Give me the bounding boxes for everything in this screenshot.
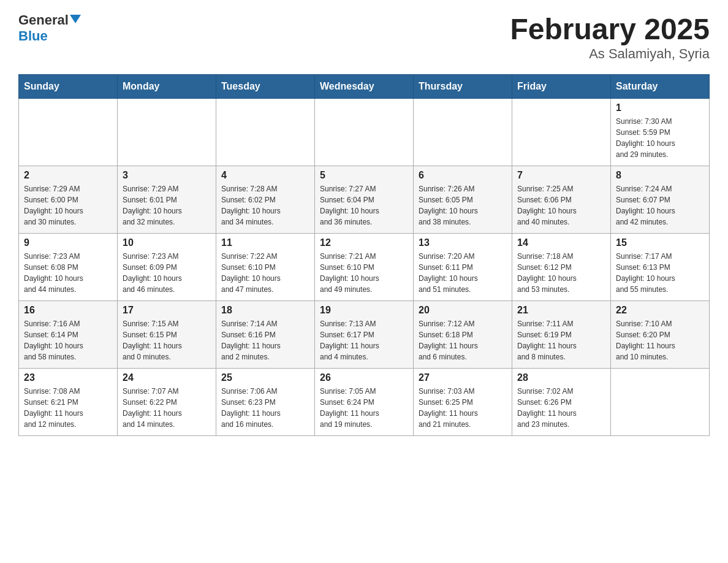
- calendar-title: February 2025: [510, 12, 710, 46]
- day-info: Sunrise: 7:30 AMSunset: 5:59 PMDaylight:…: [616, 116, 704, 160]
- day-info: Sunrise: 7:20 AMSunset: 6:11 PMDaylight:…: [419, 251, 507, 295]
- day-number: 25: [221, 372, 309, 383]
- day-number: 3: [123, 170, 211, 181]
- day-number: 19: [320, 305, 408, 316]
- day-info: Sunrise: 7:23 AMSunset: 6:09 PMDaylight:…: [123, 251, 211, 295]
- day-number: 12: [320, 237, 408, 248]
- day-number: 11: [221, 237, 309, 248]
- table-row: 13Sunrise: 7:20 AMSunset: 6:11 PMDayligh…: [414, 234, 512, 301]
- calendar-subtitle: As Salamiyah, Syria: [510, 46, 710, 62]
- day-number: 24: [123, 372, 211, 383]
- day-info: Sunrise: 7:12 AMSunset: 6:18 PMDaylight:…: [419, 318, 507, 362]
- day-number: 21: [517, 305, 605, 316]
- header-thursday: Thursday: [414, 75, 512, 99]
- table-row: 9Sunrise: 7:23 AMSunset: 6:08 PMDaylight…: [19, 234, 118, 301]
- table-row: 2Sunrise: 7:29 AMSunset: 6:00 PMDaylight…: [19, 166, 118, 234]
- day-number: 5: [320, 170, 408, 181]
- day-number: 13: [419, 237, 507, 248]
- logo-blue-text: Blue: [18, 28, 48, 44]
- calendar-header-row: Sunday Monday Tuesday Wednesday Thursday…: [19, 75, 710, 99]
- day-number: 4: [221, 170, 309, 181]
- header-saturday: Saturday: [611, 75, 710, 99]
- day-number: 14: [517, 237, 605, 248]
- header-monday: Monday: [118, 75, 216, 99]
- day-info: Sunrise: 7:08 AMSunset: 6:21 PMDaylight:…: [24, 386, 112, 430]
- table-row: 23Sunrise: 7:08 AMSunset: 6:21 PMDayligh…: [19, 369, 118, 436]
- header-tuesday: Tuesday: [216, 75, 315, 99]
- day-number: 27: [419, 372, 507, 383]
- day-info: Sunrise: 7:03 AMSunset: 6:25 PMDaylight:…: [419, 386, 507, 430]
- table-row: 16Sunrise: 7:16 AMSunset: 6:14 PMDayligh…: [19, 301, 118, 369]
- calendar-week-row: 2Sunrise: 7:29 AMSunset: 6:00 PMDaylight…: [19, 166, 710, 234]
- day-number: 20: [419, 305, 507, 316]
- day-info: Sunrise: 7:05 AMSunset: 6:24 PMDaylight:…: [320, 386, 408, 430]
- calendar-week-row: 16Sunrise: 7:16 AMSunset: 6:14 PMDayligh…: [19, 301, 710, 369]
- table-row: 5Sunrise: 7:27 AMSunset: 6:04 PMDaylight…: [315, 166, 414, 234]
- day-info: Sunrise: 7:29 AMSunset: 6:01 PMDaylight:…: [123, 183, 211, 228]
- day-number: 15: [616, 237, 704, 248]
- table-row: 27Sunrise: 7:03 AMSunset: 6:25 PMDayligh…: [414, 369, 512, 436]
- day-number: 28: [517, 372, 605, 383]
- logo-arrow-icon: [70, 15, 81, 23]
- page-header: General Blue February 2025 As Salamiyah,…: [18, 12, 710, 62]
- day-number: 9: [24, 237, 112, 248]
- day-number: 26: [320, 372, 408, 383]
- table-row: 17Sunrise: 7:15 AMSunset: 6:15 PMDayligh…: [118, 301, 216, 369]
- day-number: 23: [24, 372, 112, 383]
- table-row: [216, 99, 315, 166]
- day-info: Sunrise: 7:23 AMSunset: 6:08 PMDaylight:…: [24, 251, 112, 295]
- table-row: 20Sunrise: 7:12 AMSunset: 6:18 PMDayligh…: [414, 301, 512, 369]
- day-info: Sunrise: 7:15 AMSunset: 6:15 PMDaylight:…: [123, 318, 211, 362]
- day-number: 6: [419, 170, 507, 181]
- table-row: 1Sunrise: 7:30 AMSunset: 5:59 PMDaylight…: [611, 99, 710, 166]
- table-row: 4Sunrise: 7:28 AMSunset: 6:02 PMDaylight…: [216, 166, 315, 234]
- day-info: Sunrise: 7:10 AMSunset: 6:20 PMDaylight:…: [616, 318, 704, 362]
- calendar-week-row: 9Sunrise: 7:23 AMSunset: 6:08 PMDaylight…: [19, 234, 710, 301]
- header-friday: Friday: [512, 75, 611, 99]
- table-row: 21Sunrise: 7:11 AMSunset: 6:19 PMDayligh…: [512, 301, 611, 369]
- day-number: 8: [616, 170, 704, 181]
- day-number: 17: [123, 305, 211, 316]
- day-info: Sunrise: 7:06 AMSunset: 6:23 PMDaylight:…: [221, 386, 309, 430]
- day-number: 1: [616, 102, 704, 113]
- table-row: 26Sunrise: 7:05 AMSunset: 6:24 PMDayligh…: [315, 369, 414, 436]
- day-info: Sunrise: 7:11 AMSunset: 6:19 PMDaylight:…: [517, 318, 605, 362]
- day-info: Sunrise: 7:02 AMSunset: 6:26 PMDaylight:…: [517, 386, 605, 430]
- day-info: Sunrise: 7:16 AMSunset: 6:14 PMDaylight:…: [24, 318, 112, 362]
- table-row: 7Sunrise: 7:25 AMSunset: 6:06 PMDaylight…: [512, 166, 611, 234]
- day-info: Sunrise: 7:25 AMSunset: 6:06 PMDaylight:…: [517, 183, 605, 228]
- day-info: Sunrise: 7:26 AMSunset: 6:05 PMDaylight:…: [419, 183, 507, 228]
- day-info: Sunrise: 7:17 AMSunset: 6:13 PMDaylight:…: [616, 251, 704, 295]
- day-number: 7: [517, 170, 605, 181]
- table-row: 6Sunrise: 7:26 AMSunset: 6:05 PMDaylight…: [414, 166, 512, 234]
- day-number: 22: [616, 305, 704, 316]
- title-block: February 2025 As Salamiyah, Syria: [510, 12, 710, 62]
- table-row: 19Sunrise: 7:13 AMSunset: 6:17 PMDayligh…: [315, 301, 414, 369]
- table-row: 12Sunrise: 7:21 AMSunset: 6:10 PMDayligh…: [315, 234, 414, 301]
- table-row: [611, 369, 710, 436]
- day-info: Sunrise: 7:07 AMSunset: 6:22 PMDaylight:…: [123, 386, 211, 430]
- day-info: Sunrise: 7:24 AMSunset: 6:07 PMDaylight:…: [616, 183, 704, 228]
- day-info: Sunrise: 7:29 AMSunset: 6:00 PMDaylight:…: [24, 183, 112, 228]
- day-number: 16: [24, 305, 112, 316]
- table-row: 18Sunrise: 7:14 AMSunset: 6:16 PMDayligh…: [216, 301, 315, 369]
- day-number: 10: [123, 237, 211, 248]
- table-row: 24Sunrise: 7:07 AMSunset: 6:22 PMDayligh…: [118, 369, 216, 436]
- table-row: 22Sunrise: 7:10 AMSunset: 6:20 PMDayligh…: [611, 301, 710, 369]
- day-info: Sunrise: 7:18 AMSunset: 6:12 PMDaylight:…: [517, 251, 605, 295]
- header-wednesday: Wednesday: [315, 75, 414, 99]
- header-sunday: Sunday: [19, 75, 118, 99]
- day-info: Sunrise: 7:21 AMSunset: 6:10 PMDaylight:…: [320, 251, 408, 295]
- day-info: Sunrise: 7:28 AMSunset: 6:02 PMDaylight:…: [221, 183, 309, 228]
- table-row: [118, 99, 216, 166]
- table-row: 28Sunrise: 7:02 AMSunset: 6:26 PMDayligh…: [512, 369, 611, 436]
- table-row: [414, 99, 512, 166]
- day-info: Sunrise: 7:22 AMSunset: 6:10 PMDaylight:…: [221, 251, 309, 295]
- table-row: 11Sunrise: 7:22 AMSunset: 6:10 PMDayligh…: [216, 234, 315, 301]
- table-row: 8Sunrise: 7:24 AMSunset: 6:07 PMDaylight…: [611, 166, 710, 234]
- calendar-table: Sunday Monday Tuesday Wednesday Thursday…: [18, 74, 710, 436]
- table-row: 14Sunrise: 7:18 AMSunset: 6:12 PMDayligh…: [512, 234, 611, 301]
- calendar-week-row: 1Sunrise: 7:30 AMSunset: 5:59 PMDaylight…: [19, 99, 710, 166]
- table-row: [315, 99, 414, 166]
- day-number: 18: [221, 305, 309, 316]
